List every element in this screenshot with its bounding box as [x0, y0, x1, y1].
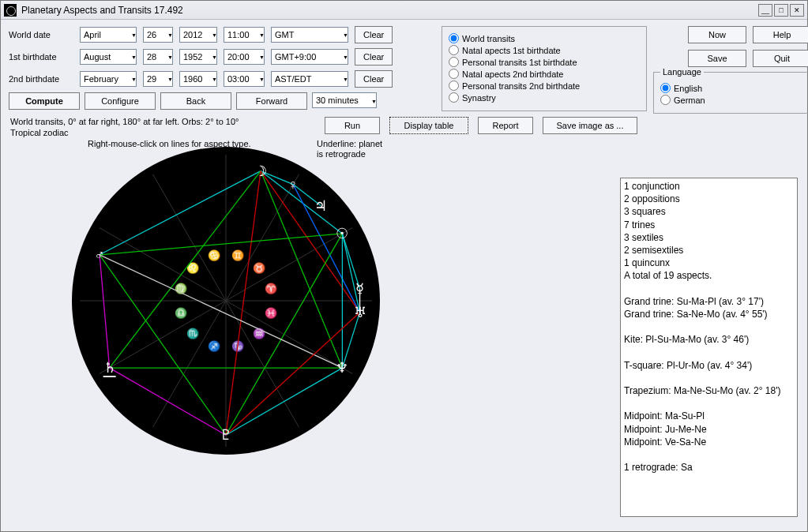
svg-line-42 [110, 368, 226, 435]
run-button[interactable]: Run [325, 117, 380, 134]
birth2-month-select[interactable]: February [80, 71, 137, 87]
window-title: Planetary Aspects and Transits 17.492 [21, 5, 183, 16]
clear-birth1-button[interactable]: Clear [355, 48, 393, 66]
birth2-year-select[interactable]: 1960 [179, 71, 217, 87]
svg-line-26 [261, 171, 342, 234]
radio-natal1[interactable] [449, 45, 459, 55]
birth2-day-select[interactable]: 29 [143, 71, 173, 87]
radio-natal2-label: Natal apects 2nd birthdate [462, 69, 563, 79]
minimize-button[interactable]: __ [758, 4, 772, 17]
radio-english-label: English [674, 84, 702, 93]
svg-line-38 [100, 255, 342, 368]
svg-text:♄: ♄ [103, 360, 116, 376]
birth2-time-select[interactable]: 03:00 [224, 71, 265, 87]
now-button[interactable]: Now [688, 26, 746, 43]
svg-text:☉: ☉ [336, 226, 348, 242]
svg-line-7 [100, 301, 226, 374]
svg-text:♂: ♂ [94, 247, 105, 263]
radio-synastry-label: Synastry [462, 93, 496, 103]
wheel-svg: ♈♉♊♋♌♍♎♏♐♑♒♓☽♀♃☉☿♅♆♇♄♂ [72, 147, 380, 455]
world-tz-select[interactable]: GMT [271, 27, 348, 43]
birth2-tz-select[interactable]: AST/EDT [271, 71, 348, 87]
birth1-month-select[interactable]: August [80, 49, 137, 65]
radio-german-label: German [674, 96, 705, 105]
language-legend: Language [660, 67, 704, 77]
help-button[interactable]: Help [753, 26, 808, 43]
world-time-select[interactable]: 11:00 [224, 27, 265, 43]
birth1-year-select[interactable]: 1952 [179, 49, 217, 65]
svg-text:♃: ♃ [314, 198, 327, 214]
svg-text:♀: ♀ [287, 177, 299, 193]
radio-world-transits[interactable] [449, 33, 459, 43]
radio-synastry[interactable] [449, 92, 459, 103]
svg-text:♋: ♋ [208, 249, 221, 262]
save-image-button[interactable]: Save image as ... [543, 117, 637, 134]
close-button[interactable]: ✕ [790, 4, 804, 17]
radio-german[interactable] [660, 95, 671, 105]
svg-text:♊: ♊ [231, 249, 245, 262]
world-date-label: World date [9, 30, 80, 39]
world-month-select[interactable]: April [80, 27, 137, 43]
birth1-label: 1st birthdate [9, 52, 80, 62]
radio-english[interactable] [660, 83, 671, 93]
svg-line-10 [226, 301, 299, 427]
radio-personal1[interactable] [449, 57, 459, 67]
svg-line-29 [226, 171, 261, 436]
birth1-day-select[interactable]: 28 [143, 49, 173, 65]
svg-text:♆: ♆ [336, 360, 348, 376]
svg-line-5 [100, 228, 226, 302]
svg-line-24 [100, 171, 261, 255]
step-select[interactable]: 30 minutes [312, 92, 377, 108]
content-area: World date April 26 2012 11:00 GMT Clear… [1, 20, 807, 531]
svg-line-40 [100, 255, 110, 368]
back-button[interactable]: Back [160, 92, 231, 110]
date-inputs: World date April 26 2012 11:00 GMT Clear… [9, 26, 435, 110]
svg-text:♐: ♐ [208, 339, 221, 353]
svg-text:☿: ☿ [355, 281, 364, 297]
svg-text:♅: ♅ [354, 305, 366, 320]
quit-button[interactable]: Quit [753, 50, 808, 67]
svg-line-43 [226, 368, 342, 435]
birth1-time-select[interactable]: 20:00 [224, 49, 265, 65]
radio-natal2[interactable] [449, 69, 459, 79]
svg-line-8 [153, 301, 227, 427]
svg-text:♈: ♈ [265, 282, 278, 295]
birth2-label: 2nd birthdate [9, 74, 80, 84]
svg-line-35 [226, 234, 342, 435]
svg-text:♓: ♓ [265, 306, 278, 320]
svg-text:♌: ♌ [186, 261, 200, 275]
right-panel: Now Help Save Quit Language English Germ… [653, 26, 808, 114]
radio-personal2-label: Personal transits 2nd birthdate [462, 81, 580, 91]
display-table-button[interactable]: Display table [389, 117, 468, 134]
svg-text:♏: ♏ [186, 327, 200, 340]
world-day-select[interactable]: 26 [143, 27, 173, 43]
report-button[interactable]: Report [478, 117, 533, 134]
radio-world-transits-label: World transits [462, 34, 515, 43]
clear-birth2-button[interactable]: Clear [355, 70, 393, 88]
svg-line-33 [100, 234, 342, 255]
svg-text:♎: ♎ [175, 306, 188, 320]
svg-line-4 [153, 174, 227, 301]
app-window: Planetary Aspects and Transits 17.492 __… [0, 0, 808, 532]
forward-button[interactable]: Forward [236, 92, 307, 110]
radio-personal2[interactable] [449, 81, 459, 91]
language-group: Language English German [653, 67, 808, 114]
clear-world-button[interactable]: Clear [355, 26, 393, 43]
configure-button[interactable]: Configure [85, 92, 156, 110]
birth1-tz-select[interactable]: GMT+9:00 [271, 49, 348, 65]
compute-button[interactable]: Compute [9, 92, 80, 110]
radio-personal1-label: Personal transits 1st birthdate [462, 58, 577, 67]
app-icon [4, 4, 17, 17]
aspect-wheel[interactable]: ♈♉♊♋♌♍♎♏♐♑♒♓☽♀♃☉☿♅♆♇♄♂ [72, 147, 380, 455]
titlebar: Planetary Aspects and Transits 17.492 __… [1, 1, 807, 20]
mode-group: World transits Natal apects 1st birthdat… [442, 26, 647, 111]
save-button[interactable]: Save [688, 50, 746, 67]
svg-text:♉: ♉ [253, 261, 266, 275]
svg-text:♇: ♇ [220, 427, 232, 443]
world-year-select[interactable]: 2012 [179, 27, 217, 43]
results-textarea[interactable]: 1 conjunction 2 oppositions 3 squares 7 … [620, 178, 798, 517]
svg-text:☽: ☽ [254, 163, 267, 179]
radio-natal1-label: Natal apects 1st birthdate [462, 46, 561, 55]
chart-container: Right-mouse-click on lines for aspect ty… [9, 139, 388, 478]
maximize-button[interactable]: □ [774, 4, 788, 17]
